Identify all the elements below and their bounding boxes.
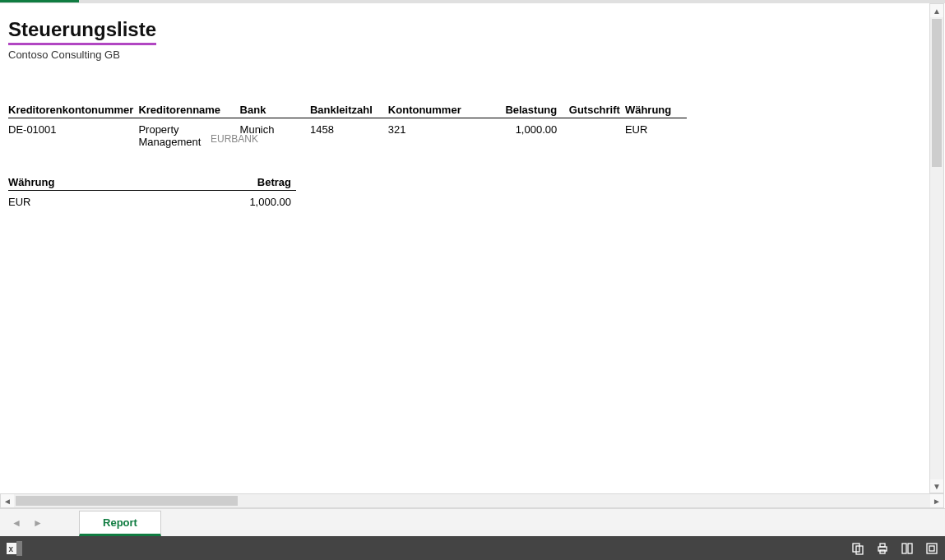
- main-table: Kreditorenkontonummer Kreditorenname Ban…: [8, 102, 687, 150]
- col-credit: Gutschrift: [562, 102, 625, 118]
- horizontal-scrollbar[interactable]: ◄ ►: [0, 493, 944, 508]
- table-row: DE-01001 Property Management Munich 1458…: [8, 118, 687, 150]
- report-body: Steuerungsliste Contoso Consulting GB EU…: [0, 3, 926, 210]
- col-bank-code: Bankleitzahl: [310, 102, 388, 118]
- print-icon[interactable]: [876, 542, 889, 555]
- svg-rect-1: [16, 541, 22, 556]
- sheet-tab-label: Report: [103, 516, 137, 529]
- report-viewport: Steuerungsliste Contoso Consulting GB EU…: [0, 3, 926, 493]
- cell-account-no: 321: [388, 118, 487, 150]
- excel-icon: x: [7, 541, 23, 556]
- scroll-down-arrow-icon[interactable]: ▼: [930, 479, 943, 493]
- page-break-preview-icon[interactable]: [851, 542, 864, 555]
- cell-bank-code: 1458: [310, 118, 388, 150]
- report-subtitle: Contoso Consulting GB: [8, 49, 918, 61]
- scroll-up-arrow-icon[interactable]: ▲: [930, 4, 943, 17]
- col-sum-amount: Betrag: [239, 174, 296, 191]
- cell-credit: [562, 118, 625, 150]
- sheet-tab-bar: ◄ ► Report: [0, 508, 945, 536]
- cell-bank: Munich: [240, 118, 310, 150]
- svg-rect-9: [908, 544, 912, 553]
- v-scroll-thumb[interactable]: [932, 19, 942, 167]
- status-bar: x: [0, 536, 945, 560]
- col-debit: Belastung: [487, 102, 562, 118]
- cell-currency: EUR: [625, 118, 687, 150]
- cell-sum-currency: EUR: [8, 191, 239, 211]
- col-currency: Währung: [625, 102, 687, 118]
- table-row: EUR 1,000.00: [8, 191, 296, 211]
- summary-table: Währung Betrag EUR 1,000.00: [8, 174, 296, 210]
- v-scroll-track[interactable]: [930, 17, 943, 479]
- col-account-no: Kontonummer: [388, 102, 487, 118]
- col-sum-currency: Währung: [8, 174, 239, 191]
- svg-rect-10: [927, 544, 937, 553]
- sheet-tab-report[interactable]: Report: [79, 511, 161, 536]
- top-accent-active: [0, 0, 79, 2]
- svg-rect-8: [902, 544, 906, 553]
- h-scroll-thumb[interactable]: [16, 496, 238, 506]
- vertical-scrollbar[interactable]: ▲ ▼: [929, 3, 944, 493]
- svg-text:x: x: [9, 544, 14, 553]
- col-bank: Bank: [240, 102, 310, 118]
- next-sheet-icon[interactable]: ►: [33, 517, 43, 529]
- svg-rect-11: [929, 546, 934, 551]
- svg-rect-7: [880, 550, 885, 553]
- cell-creditor-name: Property Management: [138, 118, 239, 150]
- page-layout-icon[interactable]: [901, 542, 914, 555]
- prev-sheet-icon[interactable]: ◄: [12, 517, 21, 529]
- scroll-right-arrow-icon[interactable]: ►: [930, 494, 943, 507]
- cell-creditor-account-no: DE-01001: [8, 118, 138, 150]
- report-title: Steuerungsliste: [8, 18, 156, 45]
- svg-rect-6: [880, 544, 885, 547]
- col-creditor-account-no: Kreditorenkontonummer: [8, 102, 138, 118]
- scroll-left-arrow-icon[interactable]: ◄: [1, 494, 14, 507]
- col-creditor-name: Kreditorenname: [138, 102, 239, 118]
- cell-sum-amount: 1,000.00: [239, 191, 296, 211]
- cell-debit: 1,000.00: [487, 118, 562, 150]
- full-screen-icon[interactable]: [925, 542, 938, 555]
